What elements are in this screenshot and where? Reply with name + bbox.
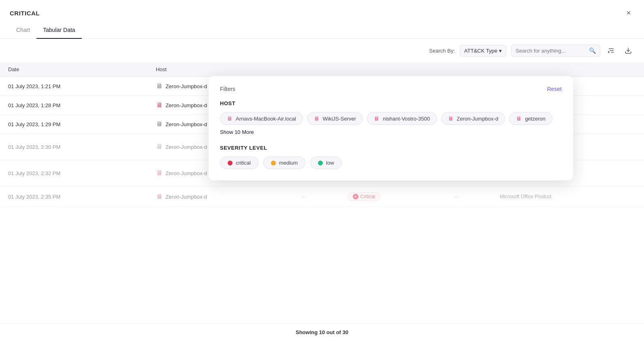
svg-point-3 [608,52,610,53]
cell-host: 🖥 Zeron-Jumpbox-d [148,186,293,207]
host-name: Zeron-Jumpbox-d [166,194,207,200]
monitor-icon: 🖥 [314,115,320,122]
show-more-link[interactable]: Show 10 More [220,129,254,135]
critical-dot-icon [228,161,232,165]
dropdown-value: ATT&CK Type [464,48,497,54]
tab-tabular-data[interactable]: Tabular Data [36,23,81,39]
cell-date: 01 July 2023, 1:28 PM [0,96,148,115]
severity-chip-label: critical [236,160,251,166]
chevron-down-icon: ▾ [499,48,502,54]
cell-dash2: --- [446,186,492,207]
cell-date: 01 July 2023, 2:30 PM [0,134,148,160]
pagination-text: Showing 10 out of 30 [296,329,348,335]
cell-rule: Microsoft Office Product [492,186,644,207]
chip-label: WikiJS-Server [323,116,356,122]
chip-label: nishant-Vostro-3500 [383,116,430,122]
host-name: Zeron-Jumpbox-d [166,83,207,89]
monitor-icon: 🖥 [374,115,380,122]
page-title: CRITICAL [10,10,40,17]
severity-section-title: SEVERITY LEVEL [220,145,562,151]
filter-add-icon[interactable] [605,44,617,57]
col-host: Host [148,62,293,77]
filter-panel: Filters Reset HOST 🖥 Arnavs-MacBook-Air.… [209,76,573,180]
chip-label: Arnavs-MacBook-Air.local [236,116,296,122]
severity-chip-label: low [326,160,334,166]
monitor-icon: 🖥 [156,193,162,200]
severity-chip-critical[interactable]: critical [220,157,258,169]
severity-filter-chips: critical medium low [220,157,562,169]
severity-chip-label: medium [279,160,298,166]
col-5 [446,62,492,77]
filter-panel-title: Filters [220,86,235,92]
host-chip-arnavs[interactable]: 🖥 Arnavs-MacBook-Air.local [220,112,303,125]
chip-label: getzeron [525,116,546,122]
col-severity [339,62,446,77]
monitor-icon: 🖥 [516,115,522,122]
monitor-icon: 🖥 [156,143,162,150]
table-footer: Showing 10 out of 30 [0,323,644,341]
monitor-icon: 🖥 [448,115,454,122]
download-icon[interactable] [622,44,634,57]
host-chip-getzeron[interactable]: 🖥 getzeron [509,112,552,125]
host-name: Zeron-Jumpbox-d [166,121,207,127]
severity-chip-medium[interactable]: medium [263,157,305,169]
cell-date: 01 July 2023, 1:21 PM [0,77,148,96]
filter-header: Filters Reset [220,86,562,92]
host-section-title: HOST [220,100,562,106]
badge-dot-icon: ✕ [353,194,358,199]
col-3 [293,62,339,77]
table-row: 01 July 2023, 2:35 PM 🖥 Zeron-Jumpbox-d … [0,186,644,207]
monitor-icon: 🖥 [156,83,162,90]
search-bar: Search By: ATT&CK Type ▾ 🔍 [0,39,644,62]
search-input-wrap: 🔍 [511,44,600,57]
medium-dot-icon [271,161,276,165]
monitor-icon: 🖥 [227,115,232,122]
cell-date: 01 July 2023, 2:32 PM [0,160,148,186]
tab-chart[interactable]: Chart [10,23,36,39]
host-chip-zeron[interactable]: 🖥 Zeron-Jumpbox-d [441,112,505,125]
search-input[interactable] [516,48,586,54]
severity-badge: ✕ Critical [348,192,381,201]
chip-label: Zeron-Jumpbox-d [457,116,499,122]
cell-date: 01 July 2023, 2:35 PM [0,186,148,207]
monitor-icon: 🖥 [156,121,162,128]
col-date: Date [0,62,148,77]
col-rule [492,62,644,77]
host-name: Zeron-Jumpbox-d [166,170,207,176]
low-dot-icon [318,161,323,165]
tabs-container: Chart Tabular Data [0,23,644,39]
host-filter-chips: 🖥 Arnavs-MacBook-Air.local 🖥 WikiJS-Serv… [220,112,562,135]
search-icon: 🔍 [589,47,596,54]
cell-date: 01 July 2023, 1:29 PM [0,115,148,134]
cell-severity: ✕ Critical [339,186,446,207]
close-button[interactable]: × [623,7,634,19]
page-header: CRITICAL × [0,0,644,19]
host-name: Zeron-Jumpbox-d [166,144,207,150]
table-header-row: Date Host [0,62,644,77]
cell-dash1: --- [293,186,339,207]
host-chip-wikijs[interactable]: 🖥 WikiJS-Server [307,112,363,125]
host-chip-nishant[interactable]: 🖥 nishant-Vostro-3500 [367,112,437,125]
monitor-icon: 🖥 [156,102,162,109]
severity-chip-low[interactable]: low [310,157,342,169]
monitor-icon: 🖥 [156,169,162,177]
search-by-label: Search By: [429,48,455,54]
reset-button[interactable]: Reset [547,86,562,92]
host-name: Zeron-Jumpbox-d [166,102,207,108]
search-by-dropdown[interactable]: ATT&CK Type ▾ [460,45,506,57]
